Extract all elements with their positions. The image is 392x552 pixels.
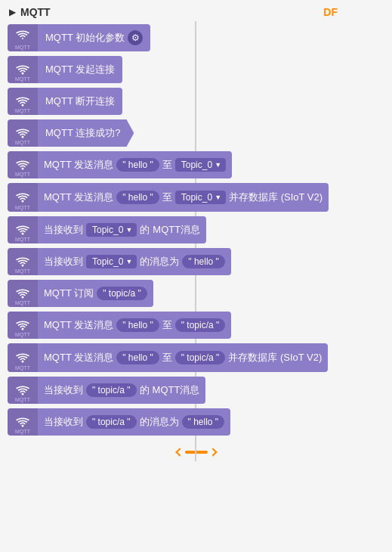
- wifi-svg-9: [14, 287, 31, 299]
- wifi-icon-init: MQTT: [8, 24, 38, 51]
- wifi-svg-3: [14, 95, 31, 107]
- gear-button[interactable]: ⚙: [128, 30, 143, 45]
- wifi-icon-8: MQTT: [8, 248, 38, 275]
- svg-point-1: [22, 104, 24, 107]
- wifi-svg-11: [14, 352, 31, 364]
- mqtt-label: MQTT: [15, 45, 30, 50]
- mqtt-label-2: MQTT: [15, 76, 30, 82]
- text-receive3b: 的: [140, 383, 150, 397]
- dropdown-topic0-4[interactable]: Topic_0 ▼: [86, 255, 137, 268]
- block-receive4[interactable]: MQTT 当接收到 " topic/a " 的消息为 " hello ": [8, 408, 384, 436]
- block-connect[interactable]: MQTT MQTT 发起连接: [8, 56, 384, 83]
- wifi-svg-6: [14, 191, 31, 203]
- wifi-svg-10: [14, 319, 31, 331]
- indicator-left: [175, 448, 184, 456]
- pill-topic-a-1: " topic/a ": [97, 287, 147, 300]
- header-df-label: DF: [323, 6, 338, 18]
- dropdown-topic0-2[interactable]: Topic_0 ▼: [175, 191, 226, 204]
- block-receive2[interactable]: MQTT 当接收到 Topic_0 ▼ 的消息为 " hello ": [8, 248, 384, 275]
- wifi-svg-13: [14, 416, 31, 428]
- text-send3: MQTT 发送消息: [44, 318, 113, 332]
- block-body-send1: MQTT 发送消息 " hello " 至 Topic_0 ▼: [38, 151, 232, 178]
- wifi-icon-12: MQTT: [8, 377, 38, 404]
- dropdown-topic0-1[interactable]: Topic_0 ▼: [175, 158, 226, 172]
- block-body-subscribe: MQTT 订阅 " topic/a ": [38, 280, 153, 307]
- svg-point-3: [22, 168, 24, 170]
- block-body-disconnect: MQTT 断开连接: [38, 88, 122, 115]
- mqtt-label-9: MQTT: [15, 300, 30, 305]
- mqtt-label-13: MQTT: [15, 429, 30, 434]
- pill-hello-3: " hello ": [182, 255, 225, 268]
- mqtt-label-8: MQTT: [15, 268, 30, 274]
- block-disconnect[interactable]: MQTT MQTT 断开连接: [8, 88, 384, 115]
- block-body-receive3: 当接收到 " topic/a " 的 MQTT消息: [38, 377, 205, 404]
- text-receive2b: 的消息为: [140, 255, 179, 268]
- svg-point-9: [22, 361, 24, 363]
- text-receive1a: 当接收到: [44, 223, 83, 237]
- blocks-container: MQTT MQTT 初始化参数 ⚙ MQTT MQTT 发起连接: [0, 21, 392, 443]
- wifi-svg-12: [14, 384, 31, 396]
- block-receive3[interactable]: MQTT 当接收到 " topic/a " 的 MQTT消息: [8, 377, 384, 404]
- mqtt-label-3: MQTT: [15, 108, 30, 113]
- svg-point-5: [22, 233, 24, 235]
- block-init[interactable]: MQTT MQTT 初始化参数 ⚙: [8, 24, 384, 51]
- wifi-icon-connect: MQTT: [8, 56, 38, 83]
- block-body-send3: MQTT 发送消息 " hello " 至 " topic/a ": [38, 312, 231, 339]
- text-send2: MQTT 发送消息: [44, 191, 113, 204]
- header: ▶ MQTT DF: [0, 0, 392, 21]
- wifi-svg-2: [14, 64, 31, 76]
- wifi-icon-5: MQTT: [8, 151, 38, 178]
- block-send4[interactable]: MQTT MQTT 发送消息 " hello " 至 " topic/a " 并…: [8, 343, 384, 372]
- wifi-svg-7: [14, 224, 31, 236]
- svg-point-6: [22, 265, 24, 267]
- wifi-icon-9: MQTT: [8, 280, 38, 307]
- wifi-icon-7: MQTT: [8, 216, 38, 243]
- wifi-svg: [14, 29, 31, 41]
- mqtt-label-6: MQTT: [15, 205, 30, 210]
- dropdown-topic0-3[interactable]: Topic_0 ▼: [86, 223, 137, 237]
- svg-point-7: [22, 296, 24, 299]
- block-send1[interactable]: MQTT MQTT 发送消息 " hello " 至 Topic_0 ▼: [8, 151, 384, 178]
- wifi-icon-10: MQTT: [8, 312, 38, 339]
- text-to-4: 至: [162, 351, 172, 364]
- pill-hello-5: " hello ": [116, 351, 159, 364]
- mqtt-label-10: MQTT: [15, 332, 30, 337]
- svg-point-2: [22, 136, 24, 138]
- block-receive1[interactable]: MQTT 当接收到 Topic_0 ▼ 的 MQTT消息: [8, 216, 384, 243]
- mqtt-label-7: MQTT: [15, 237, 30, 242]
- block-body-receive1: 当接收到 Topic_0 ▼ 的 MQTT消息: [38, 216, 206, 243]
- text-receive1b: 的: [140, 223, 150, 237]
- block-subscribe[interactable]: MQTT MQTT 订阅 " topic/a ": [8, 280, 384, 307]
- block-send2[interactable]: MQTT MQTT 发送消息 " hello " 至 Topic_0 ▼ 并存数…: [8, 183, 384, 212]
- text-receive3c: MQTT消息: [153, 383, 200, 397]
- svg-point-11: [22, 425, 24, 427]
- svg-point-10: [22, 393, 24, 395]
- block-body-connected: MQTT 连接成功?: [38, 119, 134, 147]
- block-connected[interactable]: MQTT MQTT 连接成功?: [8, 119, 384, 147]
- text-store-2: 并存数据库 (SIoT V2): [229, 191, 323, 204]
- text-store-4: 并存数据库 (SIoT V2): [228, 351, 322, 364]
- header-title: MQTT: [20, 6, 51, 18]
- pill-hello-6: " hello ": [182, 415, 225, 429]
- mqtt-label-12: MQTT: [15, 397, 30, 402]
- block-body-connect: MQTT 发起连接: [38, 56, 122, 83]
- header-arrow: ▶: [9, 7, 16, 17]
- pill-hello-1: " hello ": [116, 158, 159, 172]
- svg-point-8: [22, 328, 24, 330]
- indicator-right: [208, 448, 217, 456]
- text-to-2: 至: [162, 191, 172, 204]
- text-receive4b: 的消息为: [140, 415, 179, 429]
- block-send3[interactable]: MQTT MQTT 发送消息 " hello " 至 " topic/a ": [8, 312, 384, 339]
- block-text-disconnect: MQTT 断开连接: [45, 95, 115, 108]
- text-subscribe: MQTT 订阅: [44, 287, 94, 300]
- block-body-receive2: 当接收到 Topic_0 ▼ 的消息为 " hello ": [38, 248, 231, 275]
- wifi-icon-3: MQTT: [8, 88, 38, 115]
- text-send4: MQTT 发送消息: [44, 351, 113, 364]
- wifi-svg-4: [14, 127, 31, 139]
- mqtt-label-5: MQTT: [15, 172, 30, 177]
- block-body-send4: MQTT 发送消息 " hello " 至 " topic/a " 并存数据库 …: [38, 343, 328, 372]
- block-text-connect: MQTT 发起连接: [45, 63, 115, 76]
- svg-point-0: [22, 73, 24, 75]
- wifi-icon-13: MQTT: [8, 408, 38, 436]
- block-body-send2: MQTT 发送消息 " hello " 至 Topic_0 ▼ 并存数据库 (S…: [38, 183, 329, 212]
